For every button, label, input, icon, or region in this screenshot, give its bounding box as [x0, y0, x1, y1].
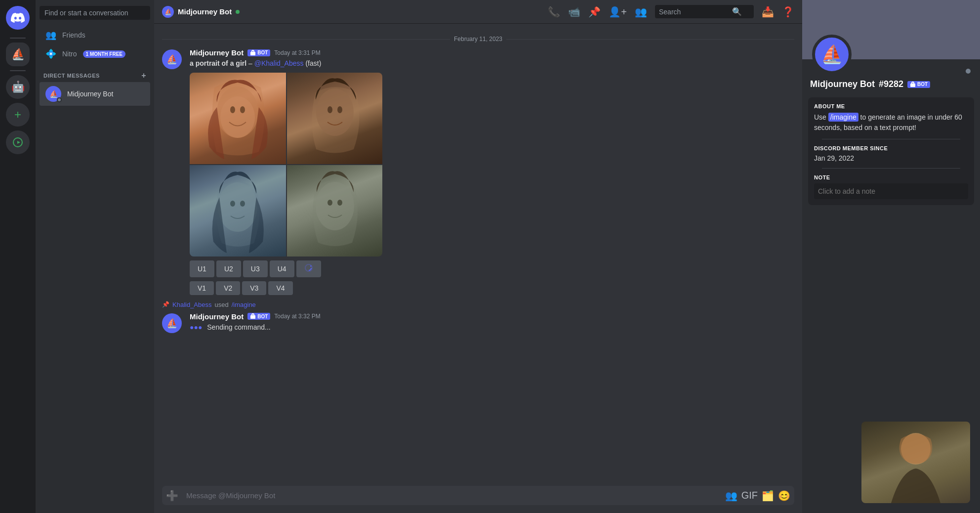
message-header-2: Midjourney Bot BOT Today at 3:32 PM [190, 312, 794, 321]
add-dm-button[interactable]: + [141, 71, 146, 80]
message-timestamp-1: Today at 3:31 PM [274, 49, 320, 56]
call-icon[interactable]: 📞 [548, 6, 560, 18]
profile-avatar-large: ⛵ [812, 35, 852, 74]
divider-line-right [506, 39, 794, 40]
video-overlay [861, 422, 970, 503]
portrait-image-2[interactable] [287, 73, 382, 164]
dm-user-midjourney[interactable]: ⛵ Midjourney Bot [40, 82, 150, 106]
message-separator: – [248, 59, 254, 67]
profile-discriminator: #9282 [879, 79, 903, 89]
messages-area[interactable]: February 11, 2023 ⛵ Midjourney Bot BOT T… [154, 24, 802, 486]
inbox-icon[interactable]: 📥 [762, 6, 774, 18]
channel-search-bar: 🔍 [655, 5, 754, 18]
about-highlight: /imagine [828, 113, 858, 122]
dm-search-container [36, 0, 154, 26]
channel-bot-avatar: ⛵ [162, 6, 174, 18]
nitro-nav-item[interactable]: 💠 Nitro 1 MONTH FREE [40, 44, 150, 63]
direct-messages-label: DIRECT MESSAGES [43, 73, 100, 79]
message-content-1: Midjourney Bot BOT Today at 3:31 PM a po… [190, 48, 794, 295]
message-content-2: Midjourney Bot BOT Today at 3:32 PM ●●● … [190, 312, 794, 333]
v4-button[interactable]: V4 [268, 281, 292, 295]
midjourney-avatar: ⛵ [45, 86, 61, 102]
date-label: February 11, 2023 [454, 36, 502, 43]
nitro-label: Nitro [62, 50, 77, 58]
bot-badge-text-1: BOT [257, 50, 268, 55]
portrait-image-4[interactable] [287, 165, 382, 256]
profile-card: ABOUT ME Use /imagine to generate an ima… [808, 97, 974, 205]
add-attachment-icon[interactable]: ➕ [166, 490, 178, 502]
sticker-icon[interactable]: 🗂️ [762, 490, 774, 502]
channel-name: Midjourney Bot [178, 7, 232, 16]
server-icon-1[interactable]: ⛵ [6, 43, 30, 66]
message-group-1: ⛵ Midjourney Bot BOT Today at 3:31 PM a … [154, 46, 802, 297]
about-me-section: ABOUT ME Use /imagine to generate an ima… [814, 103, 968, 139]
add-server-button[interactable]: + [6, 103, 30, 127]
gif-icon[interactable]: GIF [741, 490, 758, 501]
v3-button[interactable]: V3 [242, 281, 266, 295]
v1-button[interactable]: V1 [190, 281, 214, 295]
channel-header-actions: 📞 📹 📌 👤+ 👥 🔍 📥 ❓ [548, 5, 794, 18]
portrait-image-1[interactable] [190, 73, 286, 164]
note-title: NOTE [814, 174, 968, 180]
dm-search-input[interactable] [40, 6, 150, 20]
explore-button[interactable] [6, 130, 30, 154]
message-bold-1: a portrait of a girl [190, 59, 246, 67]
u4-button[interactable]: U4 [270, 260, 294, 277]
channel-header-left: ⛵ Midjourney Bot [162, 6, 542, 18]
v2-button[interactable]: V2 [216, 281, 240, 295]
pin-icon[interactable]: 📌 [588, 6, 601, 18]
profile-bot-badge-text: BOT [917, 82, 928, 87]
message-input-box: ➕ 👥 GIF 🗂️ 😊 [162, 486, 794, 505]
profile-online-indicator [964, 67, 972, 75]
nitro-badge: 1 MONTH FREE [83, 50, 125, 58]
hide-members-icon[interactable]: 👥 [635, 6, 647, 18]
image-grid [190, 73, 382, 256]
dm-section-header: DIRECT MESSAGES + [36, 63, 154, 82]
action-buttons-row1: U1 U2 U3 U4 [190, 260, 794, 277]
system-command[interactable]: /imagine [232, 301, 256, 308]
refresh-button[interactable] [296, 260, 321, 277]
about-me-text: Use /imagine to generate an image in und… [814, 112, 968, 133]
note-input[interactable] [814, 183, 968, 199]
icon-bar: ⛵ 🤖 + [0, 0, 36, 513]
dm-sidebar: 👥 Friends 💠 Nitro 1 MONTH FREE DIRECT ME… [36, 0, 154, 513]
member-since-title: DISCORD MEMBER SINCE [814, 145, 968, 151]
bot-avatar-2: ⛵ [162, 313, 182, 333]
system-action: used [215, 301, 229, 308]
discord-logo[interactable] [6, 6, 30, 30]
bot-avatar-1: ⛵ [162, 49, 182, 69]
u3-button[interactable]: U3 [243, 260, 268, 277]
people-icon[interactable]: 👥 [725, 490, 737, 502]
message-input-area: ➕ 👥 GIF 🗂️ 😊 [154, 486, 802, 513]
bot-badge-2: BOT [247, 313, 270, 320]
friends-label: Friends [62, 31, 85, 39]
u2-button[interactable]: U2 [216, 260, 241, 277]
message-author-1: Midjourney Bot [190, 48, 244, 57]
channel-header: ⛵ Midjourney Bot 📞 📹 📌 👤+ 👥 🔍 📥 ❓ [154, 0, 802, 24]
emoji-icon[interactable]: 😊 [778, 490, 790, 502]
message-text-2: ●●● Sending command... [190, 323, 794, 333]
message-suffix-text-1: (fast) [305, 59, 321, 67]
video-icon[interactable]: 📹 [568, 6, 580, 18]
member-since-section: DISCORD MEMBER SINCE Jan 29, 2022 [814, 139, 968, 168]
message-mention-1: @Khalid_Abess [254, 59, 304, 67]
channel-search-input[interactable] [659, 8, 728, 16]
portrait-image-3[interactable] [190, 165, 286, 256]
system-user[interactable]: Khalid_Abess [172, 301, 212, 308]
help-icon[interactable]: ❓ [782, 6, 794, 18]
friends-nav-item[interactable]: 👥 Friends [40, 26, 150, 44]
member-since-date: Jan 29, 2022 [814, 154, 968, 162]
server-icon-2[interactable]: 🤖 [6, 75, 30, 99]
date-divider: February 11, 2023 [154, 32, 802, 46]
message-group-2: ⛵ Midjourney Bot BOT Today at 3:32 PM ●●… [154, 310, 802, 335]
profile-bot-name: Midjourney Bot [810, 79, 875, 89]
bot-badge-1: BOT [247, 49, 270, 56]
pin-icon-sm: 📌 [162, 301, 169, 308]
u1-button[interactable]: U1 [190, 260, 214, 277]
profile-bot-badge: BOT [907, 81, 930, 88]
icon-bar-divider-2 [10, 70, 26, 71]
video-feed [861, 422, 970, 503]
message-input[interactable] [182, 486, 721, 505]
add-friend-icon[interactable]: 👤+ [609, 6, 627, 18]
nitro-icon: 💠 [45, 48, 56, 59]
